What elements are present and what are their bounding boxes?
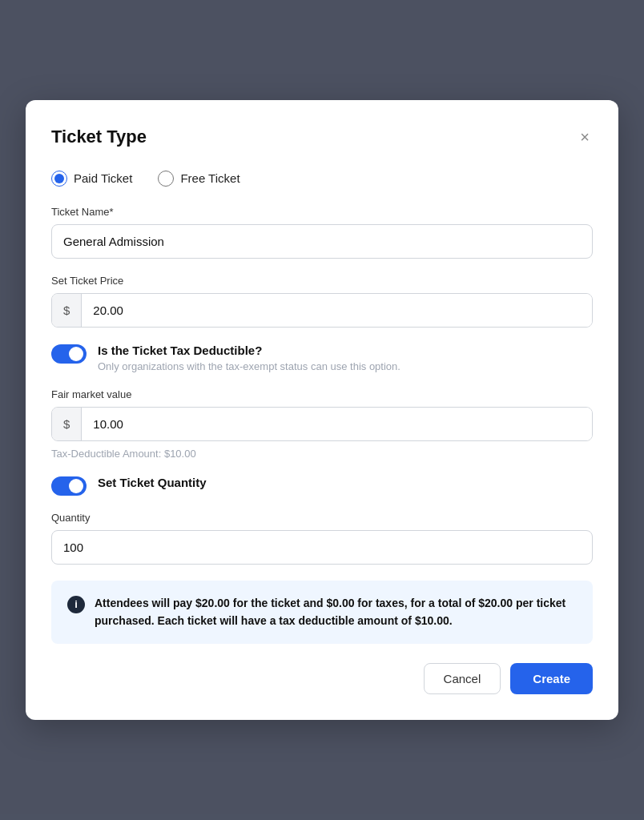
cancel-button[interactable]: Cancel: [424, 663, 501, 694]
ticket-price-input[interactable]: [82, 294, 592, 327]
modal-title: Ticket Type: [51, 127, 147, 147]
free-ticket-radio[interactable]: [158, 171, 174, 187]
create-button[interactable]: Create: [510, 663, 593, 694]
info-icon: i: [67, 596, 85, 613]
ticket-name-input[interactable]: [51, 224, 593, 259]
quantity-toggle-row: Set Ticket Quantity: [51, 476, 593, 496]
fair-market-input-wrapper: $: [51, 407, 593, 441]
quantity-label: Quantity: [51, 512, 593, 524]
free-ticket-label: Free Ticket: [180, 171, 239, 185]
paid-ticket-label: Paid Ticket: [74, 171, 132, 185]
paid-ticket-option[interactable]: Paid Ticket: [51, 171, 132, 187]
ticket-name-field-group: Ticket Name*: [51, 206, 593, 259]
tax-deductible-label: Is the Ticket Tax Deductible?: [98, 344, 400, 357]
paid-ticket-radio[interactable]: [51, 171, 67, 187]
modal-footer: Cancel Create: [51, 663, 593, 694]
ticket-name-label: Ticket Name*: [51, 206, 593, 218]
tax-deductible-amount-text: Tax-Deductible Amount: $10.00: [51, 448, 593, 460]
quantity-input[interactable]: [51, 530, 593, 565]
fair-market-currency-symbol: $: [52, 408, 82, 440]
tax-deductible-toggle-row: Is the Ticket Tax Deductible? Only organ…: [51, 344, 593, 372]
tax-deductible-sublabel: Only organizations with the tax-exempt s…: [98, 360, 400, 372]
quantity-toggle-info: Set Ticket Quantity: [98, 476, 207, 489]
set-quantity-label: Set Ticket Quantity: [98, 476, 207, 489]
free-ticket-option[interactable]: Free Ticket: [158, 171, 239, 187]
ticket-price-field-group: Set Ticket Price $: [51, 275, 593, 328]
modal-overlay: Ticket Type × Paid Ticket Free Ticket Ti…: [0, 0, 644, 820]
set-quantity-toggle[interactable]: [51, 476, 87, 496]
price-currency-symbol: $: [52, 294, 82, 327]
tax-deductible-toggle[interactable]: [51, 344, 87, 364]
fair-market-label: Fair market value: [51, 388, 593, 400]
info-box: i Attendees will pay $20.00 for the tick…: [51, 581, 593, 644]
ticket-price-label: Set Ticket Price: [51, 275, 593, 287]
fair-market-field-group: Fair market value $ Tax-Deductible Amoun…: [51, 388, 593, 460]
set-quantity-slider: [51, 476, 87, 496]
ticket-price-input-wrapper: $: [51, 293, 593, 328]
fair-market-input[interactable]: [82, 408, 592, 440]
tax-deductible-slider: [51, 344, 87, 364]
modal-header: Ticket Type ×: [51, 126, 593, 148]
ticket-type-radio-group: Paid Ticket Free Ticket: [51, 171, 593, 187]
modal-dialog: Ticket Type × Paid Ticket Free Ticket Ti…: [26, 100, 618, 720]
quantity-field-group: Quantity: [51, 512, 593, 565]
close-button[interactable]: ×: [577, 126, 593, 148]
info-box-text: Attendees will pay $20.00 for the ticket…: [95, 595, 577, 629]
tax-deductible-info: Is the Ticket Tax Deductible? Only organ…: [98, 344, 400, 372]
